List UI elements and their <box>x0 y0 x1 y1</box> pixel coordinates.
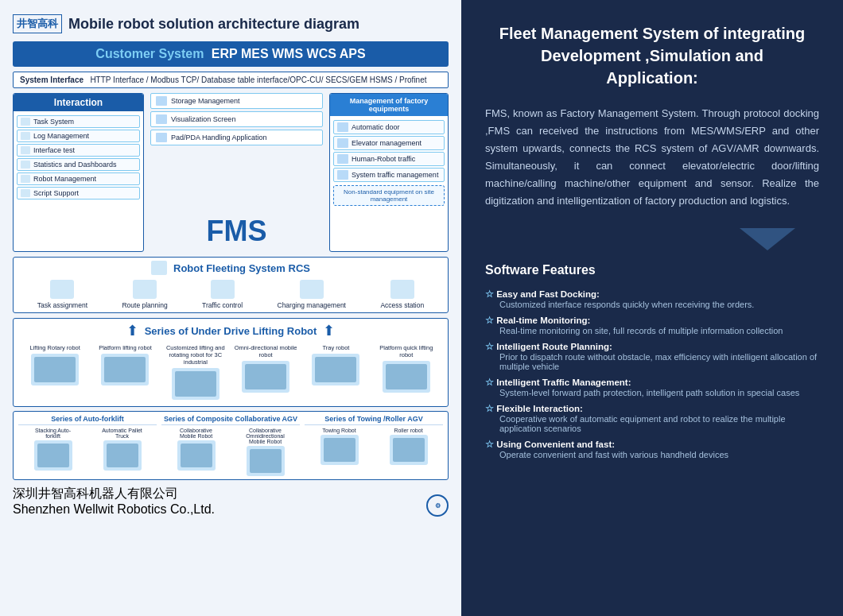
task-icon <box>21 118 30 126</box>
list-item: Easy and Fast Docking: Customized interf… <box>485 289 819 309</box>
feature-title-1: Real-time Monitoring: <box>485 316 590 325</box>
company-logo: 井智高科 <box>13 14 62 33</box>
list-item: Visualization Screen <box>150 111 323 127</box>
storage-icon <box>156 96 167 106</box>
arrow-left-icon: ⬆ <box>126 322 138 339</box>
agv-img-4 <box>320 435 359 465</box>
list-item: Task assignment <box>37 280 87 309</box>
fms-label: FMS <box>150 207 323 252</box>
robot-series-row: Lifting Rotary robot Platform lifting ro… <box>20 344 441 400</box>
list-item: Stacking Auto-forklift <box>31 428 75 471</box>
software-features-title: Software Features <box>485 263 819 277</box>
charging-mgmt-icon <box>300 280 324 299</box>
agv-series-section: Series of Auto-forklift Stacking Auto-fo… <box>13 411 449 480</box>
main-content-area: Interaction Task System Log Management I… <box>13 93 449 252</box>
list-item: Roller robot <box>387 428 430 465</box>
agv-img-3 <box>247 446 285 476</box>
robot-mgmt-icon <box>21 175 30 183</box>
list-item: Automatic Pallet Truck <box>100 428 144 471</box>
human-robot-icon <box>337 154 348 164</box>
customer-system-items: ERP MES WMS WCS APS <box>212 47 366 60</box>
list-item: System traffic management <box>333 168 445 182</box>
customer-system-label: Customer System <box>95 47 204 60</box>
feature-desc-0: Customized interface responds quickly wh… <box>499 300 819 309</box>
list-item: Towing Robot <box>317 428 361 465</box>
right-description: FMS, known as Factory Management System.… <box>485 105 819 211</box>
robot-img-4 <box>312 354 359 385</box>
robot-img-3 <box>242 361 289 393</box>
list-item: Pad/PDA Handling Application <box>150 130 323 145</box>
rcs-title: Robot Fleeting System RCS <box>173 262 310 274</box>
rcs-title-row: Robot Fleeting System RCS <box>20 261 441 275</box>
under-drive-section: ⬆ Series of Under Drive Lifting Robot ⬆ … <box>13 318 449 407</box>
robot-img-5 <box>383 361 430 393</box>
feature-desc-2: Prior to dispatch route without obstacle… <box>499 352 819 371</box>
list-item: Charging management <box>278 280 346 309</box>
script-icon <box>21 189 30 197</box>
list-item: Intelligent Traffic Management: System-l… <box>485 377 819 397</box>
left-panel: 井智高科 Mobile robot solution architecture … <box>0 0 461 616</box>
triangle-shape <box>740 228 795 250</box>
list-item: Platform lifting robot <box>93 344 157 400</box>
robot-img-2 <box>172 368 219 400</box>
list-item: Platform quick lifting robot <box>375 344 438 400</box>
list-item: Intelligent Route Planning: Prior to dis… <box>485 341 819 371</box>
list-item: Using Convenient and fast: Operate conve… <box>485 439 819 459</box>
feature-desc-4: Cooperative work of automatic equipment … <box>499 414 819 433</box>
elevator-icon <box>337 138 348 148</box>
triangle-decoration <box>485 228 795 250</box>
feature-title-0: Easy and Fast Docking: <box>485 289 600 299</box>
list-item: Robot Management <box>17 172 140 185</box>
list-item: Lifting Rotary robot <box>23 344 87 400</box>
factory-box: Management of factory equipments Automat… <box>329 93 449 252</box>
list-item: Customized lifting and rotating robot fo… <box>164 344 227 400</box>
route-plan-icon <box>133 280 157 299</box>
arrow-right-icon: ⬆ <box>323 322 335 339</box>
agv-img-5 <box>390 435 428 465</box>
diagram-title: Mobile robot solution architecture diagr… <box>68 16 359 33</box>
footer-company-cn: 深圳井智高科机器人有限公司 <box>13 486 215 502</box>
log-icon <box>21 132 30 140</box>
footer-company-en: Shenzhen Wellwit Robotics Co.,Ltd. <box>13 502 215 517</box>
right-title: Fleet Management System of integrating D… <box>485 22 819 89</box>
feature-title-3: Intelligent Traffic Management: <box>485 378 631 387</box>
af-items-row: Stacking Auto-forklift Automatic Pallet … <box>18 428 157 471</box>
interaction-items-list: Task System Log Management Interface tes… <box>14 111 143 203</box>
list-item: Tray robot <box>304 344 367 400</box>
interaction-box: Interaction Task System Log Management I… <box>13 93 144 252</box>
rcs-icon <box>151 261 167 275</box>
list-item: Log Management <box>17 130 140 142</box>
list-item: Interface test <box>17 144 140 157</box>
under-drive-title: Series of Under Drive Lifting Robot <box>145 325 317 337</box>
list-item: Collaborative Omnidirectional Mobile Rob… <box>243 428 287 476</box>
feature-title-2: Intelligent Route Planning: <box>485 342 612 351</box>
list-item: Human-Robot traffic <box>333 152 445 166</box>
list-item: Storage Management <box>150 93 323 109</box>
feature-desc-3: System-level forward path protection, in… <box>499 388 819 397</box>
feature-desc-1: Real-time monitoring on site, full recor… <box>499 326 819 335</box>
task-assign-icon <box>50 280 74 299</box>
list-item: Flexible Interaction: Cooperative work o… <box>485 403 819 433</box>
under-drive-header: ⬆ Series of Under Drive Lifting Robot ⬆ <box>20 322 441 339</box>
features-list: Easy and Fast Docking: Customized interf… <box>485 289 819 465</box>
agv-img-2 <box>177 440 216 471</box>
rcs-section: Robot Fleeting System RCS Task assignmen… <box>13 257 449 313</box>
feature-title-5: Using Convenient and fast: <box>485 440 615 449</box>
composite-agv-group: Series of Composite Collaborative AGV Co… <box>161 415 300 476</box>
interaction-header: Interaction <box>14 94 143 111</box>
towing-agv-title: Series of Towing /Roller AGV <box>305 415 443 425</box>
footer-company-info: 深圳井智高科机器人有限公司 Shenzhen Wellwit Robotics … <box>13 486 215 517</box>
list-item: Collaborative Mobile Robot <box>174 428 218 476</box>
interface-items: HTTP Interface / Modbus TCP/ Database ta… <box>90 76 426 84</box>
af-items-row: Collaborative Mobile Robot Collaborative… <box>161 428 300 476</box>
factory-items-list: Automatic door Elevator management Human… <box>330 116 448 208</box>
towing-agv-group: Series of Towing /Roller AGV Towing Robo… <box>305 415 443 476</box>
list-item: Statistics and Dashboards <box>17 158 140 171</box>
nonstandard-box: Non-standard equipment on site managemen… <box>333 185 445 206</box>
agv-img-1 <box>103 440 142 471</box>
list-item: Access station <box>380 280 424 309</box>
feature-title-4: Flexible Interaction: <box>485 404 583 413</box>
viz-icon <box>156 114 167 124</box>
list-item: Elevator management <box>333 136 445 150</box>
composite-agv-title: Series of Composite Collaborative AGV <box>161 415 300 425</box>
